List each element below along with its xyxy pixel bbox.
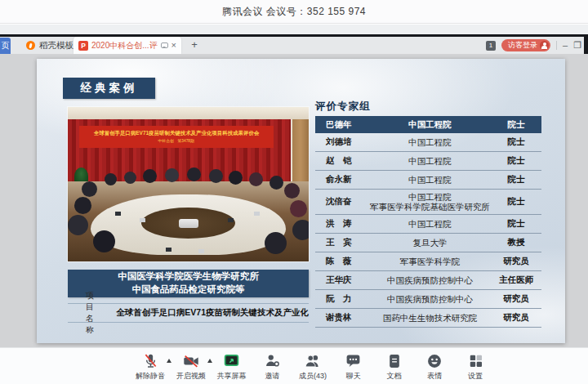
start-video-label: 开启视频 xyxy=(176,371,206,382)
expert-org: 军事医学科学院 xyxy=(369,257,491,266)
table-row: 洪 涛 中国工程院 院士 xyxy=(315,215,541,234)
comment-icon[interactable] xyxy=(161,42,168,48)
wps-tab-bar: 页 稻壳模板 P 2020中科合创...评价介绍）(4) × + 1 访客登录 … xyxy=(0,37,588,54)
expert-org: 中国工程院 xyxy=(369,119,491,129)
start-video-button[interactable]: 开启视频 xyxy=(172,351,211,384)
settings-button[interactable]: 设置 xyxy=(456,351,495,384)
expert-table: 巴德年 中国工程院 院士 刘德培 中国工程院 院士 赵 铠 中国工程院 院士 俞… xyxy=(315,116,541,328)
guest-avatar-icon xyxy=(540,41,549,50)
guest-login-button[interactable]: 访客登录 xyxy=(501,39,550,51)
expert-title: 主任医师 xyxy=(491,275,541,286)
chat-label: 聊天 xyxy=(346,371,361,382)
expert-org: 中国工程院 xyxy=(369,137,491,147)
unmute-button[interactable]: 解除静音 xyxy=(131,351,170,384)
photo-meeting-scene xyxy=(68,181,309,261)
expert-org: 中国工程院 xyxy=(369,156,491,166)
expert-title: 研究员 xyxy=(491,256,541,267)
project-name-label: 项目名称 xyxy=(86,290,103,336)
expert-name: 刘德培 xyxy=(315,136,369,148)
organization-box: 中国医学科学院医学生物学研究所 中国食品药品检定研究院等 xyxy=(68,270,309,297)
table-row: 陈 薇 军事医学科学院 研究员 xyxy=(315,252,541,271)
members-label: 成员(43) xyxy=(299,371,327,382)
expert-title: 院士 xyxy=(491,155,541,167)
photo-wooden-door xyxy=(291,119,309,183)
table-row: 王华庆 中国疾病预防控制中心 主任医师 xyxy=(315,271,541,290)
expert-title: 院士 xyxy=(491,218,541,230)
docs-button[interactable]: 文档 xyxy=(375,351,414,384)
organization-line1: 中国医学科学院医学生物学研究所 xyxy=(118,270,259,284)
expert-org: 中国疾病预防控制中心 xyxy=(369,294,491,304)
meeting-titlebar: 腾讯会议 会议号：352 155 974 xyxy=(0,0,588,24)
invite-button[interactable]: 邀请 xyxy=(252,351,292,384)
expert-org: 国药中生生物技术研究院 xyxy=(369,313,491,323)
table-row: 沈倍奋 中国工程院 军事医学科学院基础医学研究所 院士 xyxy=(315,190,541,215)
guest-login-label: 访客登录 xyxy=(508,40,537,51)
tab-presentation-active[interactable]: P 2020中科合创...评价介绍）(4) × xyxy=(74,37,181,54)
expert-org: 中国工程院 xyxy=(369,175,491,185)
shared-window-right-edge xyxy=(584,37,588,54)
new-tab-button[interactable]: + xyxy=(188,38,201,51)
unmute-label: 解除静音 xyxy=(136,371,165,382)
expert-name: 谢贵林 xyxy=(315,312,369,324)
table-row: 阮 力 中国疾病预防控制中心 研究员 xyxy=(315,290,541,309)
conference-photo: 全球首创手足口病EV71疫苗研制关键技术及产业化项目科技成果评价会 中科合创 第… xyxy=(68,107,309,261)
expert-title: 院士 xyxy=(491,136,541,148)
panel-badge-icon[interactable]: 1 xyxy=(486,41,496,51)
presentation-stage: 经典案例 全球首创手足口病EV71疫苗研制关键技术及产业化项目科技成果评价会 中… xyxy=(0,54,588,347)
project-name-row: 项目名称 全球首创手足口病EV71疫苗研制关键技术及产业化 xyxy=(68,303,309,323)
tencent-meeting-window: 腾讯会议 会议号：352 155 974 页 稻壳模板 P 2020中科合创..… xyxy=(0,0,588,384)
slide-canvas: 经典案例 全球首创手足口病EV71疫苗研制关键技术及产业化项目科技成果评价会 中… xyxy=(37,59,565,343)
expert-title: 院士 xyxy=(491,196,541,208)
expert-name: 王 宾 xyxy=(315,237,369,248)
restore-button[interactable]: ❐ xyxy=(573,41,581,50)
members-button[interactable]: 成员(43) xyxy=(293,351,332,384)
table-row: 谢贵林 国药中生生物技术研究院 研究员 xyxy=(315,309,541,328)
minimize-button[interactable]: – xyxy=(563,41,568,50)
organization-line2: 中国食品药品检定研究院等 xyxy=(132,284,245,297)
docs-label: 文档 xyxy=(387,371,402,382)
emoji-button[interactable]: 表情 xyxy=(415,351,454,384)
expert-title: 院士 xyxy=(491,119,541,131)
expert-org: 中国工程院 军事医学科学院基础医学研究所 xyxy=(369,192,491,212)
emoji-label: 表情 xyxy=(427,371,442,382)
docer-icon xyxy=(26,41,35,50)
expert-org: 中国疾病预防控制中心 xyxy=(369,275,491,285)
settings-icon xyxy=(468,351,483,370)
tab-close-icon[interactable]: × xyxy=(172,41,176,50)
photo-table-center xyxy=(141,208,235,239)
share-screen-button[interactable]: 共享屏幕 xyxy=(212,351,252,384)
photo-banner-line2: 中科合创 第3478期 xyxy=(158,138,194,144)
tab-home-partial[interactable]: 页 xyxy=(0,38,11,54)
share-screen-icon xyxy=(223,351,240,370)
emoji-icon xyxy=(426,351,443,370)
tab-docer-templates[interactable]: 稻壳模板 xyxy=(18,37,82,54)
table-row: 王 宾 复旦大学 教授 xyxy=(315,234,541,252)
expert-org-line1: 中国工程院 xyxy=(369,192,491,202)
ppt-file-icon: P xyxy=(78,41,88,51)
mic-off-icon xyxy=(142,351,159,370)
chat-button[interactable]: 聊天 xyxy=(334,351,373,384)
share-screen-label: 共享屏幕 xyxy=(217,371,247,382)
table-row: 俞永新 中国工程院 院士 xyxy=(315,171,541,190)
expert-title: 教授 xyxy=(491,237,541,248)
invite-label: 邀请 xyxy=(265,371,279,382)
table-row: 刘德培 中国工程院 院士 xyxy=(315,133,541,152)
photo-conference-table xyxy=(91,194,286,255)
expert-name: 陈 薇 xyxy=(315,256,369,267)
settings-label: 设置 xyxy=(468,371,483,382)
meeting-title: 腾讯会议 会议号：352 155 974 xyxy=(222,5,366,19)
expert-name: 洪 涛 xyxy=(315,218,369,230)
members-icon xyxy=(304,351,322,370)
expert-org-line2: 军事医学科学院基础医学研究所 xyxy=(369,202,491,212)
window-strip xyxy=(0,25,588,34)
expert-name: 王华庆 xyxy=(315,275,369,286)
photo-banner: 全球首创手足口病EV71疫苗研制关键技术及产业化项目科技成果评价会 中科合创 第… xyxy=(79,126,274,148)
meeting-toolbar: 解除静音 开启视频 xyxy=(0,347,588,384)
expert-title: 研究员 xyxy=(491,312,541,324)
expert-title: 研究员 xyxy=(491,293,541,305)
tab-bar-right-cluster: 1 访客登录 – ❐ xyxy=(486,37,581,54)
expert-name: 俞永新 xyxy=(315,174,369,185)
invite-icon xyxy=(264,351,281,370)
expert-panel-heading: 评价专家组 xyxy=(315,100,371,114)
table-row: 巴德年 中国工程院 院士 xyxy=(315,116,541,133)
